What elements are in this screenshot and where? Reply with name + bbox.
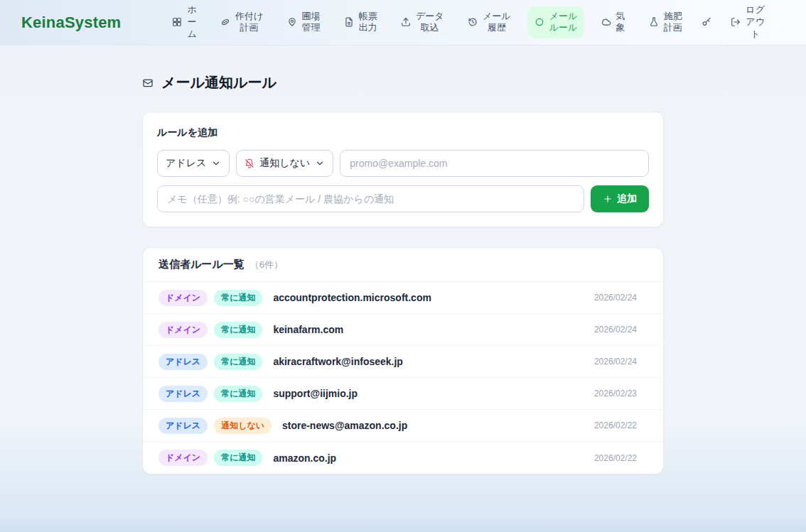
rule-type-badge: ドメイン (158, 450, 208, 466)
rule-type-badge: アドレス (158, 354, 208, 370)
top-nav: KeinaSystem ホ ー ム 作付け 計画 圃場 管理 帳票 出力 データ… (0, 0, 806, 45)
rule-type-badge: ドメイン (158, 290, 208, 306)
rule-target-text: support@iijmio.jp (273, 388, 358, 399)
delete-rule-button[interactable] (645, 328, 648, 331)
sender-rules-count: （6件） (250, 259, 283, 271)
nav-item-label: ホ ー ム (187, 4, 196, 40)
rule-target-text: amazon.co.jp (273, 452, 336, 464)
chevron-down-icon (315, 158, 325, 168)
sender-rules-heading: 送信者ルール一覧 (158, 258, 245, 271)
rule-action-badge: 常に通知 (214, 322, 262, 338)
add-rule-row-1: アドレス 通知しない (157, 150, 649, 177)
sender-rules-card: 送信者ルール一覧 （6件） ドメイン 常に通知 accountprotectio… (142, 247, 664, 474)
rule-row: ドメイン 常に通知 amazon.co.jp 2026/02/22 (143, 442, 663, 474)
rule-action-badge: 常に通知 (214, 386, 262, 402)
nav-item-map-pin[interactable]: 圃場 管理 (280, 6, 328, 39)
rule-action-select[interactable]: 通知しない (236, 150, 333, 177)
rule-action-value: 通知しない (259, 157, 310, 170)
rule-row: ドメイン 常に通知 keinafarm.com 2026/02/24 (143, 314, 663, 346)
rule-row: アドレス 通知しない store-news@amazon.co.jp 2026/… (143, 410, 663, 442)
nav-item-key[interactable] (699, 13, 714, 31)
rule-target-text: akiracraftwork@infoseek.jp (273, 356, 403, 367)
rule-date: 2026/02/24 (594, 293, 637, 303)
sender-rules-list: ドメイン 常に通知 accountprotection.microsoft.co… (143, 282, 663, 474)
chevron-down-icon (211, 158, 221, 168)
main-content: メール通知ルール ルールを追加 アドレス 通知しない 追加 送信者ルー (142, 45, 664, 474)
rule-target-text: keinafarm.com (273, 324, 343, 335)
nav-item-upload[interactable]: データ 取込 (394, 6, 451, 39)
rule-target-input[interactable] (340, 150, 649, 177)
nav-item-label: データ 取込 (416, 11, 444, 35)
rule-date: 2026/02/23 (594, 389, 637, 398)
bell-off-icon (245, 158, 254, 168)
page-title-text: メール通知ルール (161, 73, 276, 92)
nav-item-label: ログ アウ ト (746, 4, 765, 40)
rule-action-badge: 常に通知 (214, 450, 262, 466)
nav-item-circle[interactable]: メール ルール (527, 6, 585, 39)
delete-rule-button[interactable] (645, 424, 648, 427)
nav-item-cloud[interactable]: 気 象 (594, 6, 633, 39)
rule-action-badge: 通知しない (214, 418, 272, 434)
delete-rule-button[interactable] (645, 457, 648, 460)
delete-rule-button[interactable] (645, 296, 648, 299)
file-icon (344, 17, 354, 27)
grid-icon (172, 17, 182, 27)
rule-type-value: アドレス (166, 157, 206, 170)
nav-item-logout[interactable]: ログ アウ ト (724, 0, 772, 45)
rule-row: アドレス 常に通知 support@iijmio.jp 2026/02/23 (143, 378, 663, 410)
sprout-icon (220, 17, 230, 27)
add-rule-card: ルールを追加 アドレス 通知しない 追加 (142, 112, 664, 227)
rule-type-badge: ドメイン (158, 322, 208, 338)
rule-action-badge: 常に通知 (214, 290, 262, 306)
rule-action-badge: 常に通知 (214, 354, 262, 370)
nav-item-label: 帳票 出力 (359, 11, 377, 35)
page-title: メール通知ルール (142, 73, 664, 92)
rule-date: 2026/02/22 (594, 420, 637, 430)
add-rule-button[interactable]: 追加 (591, 185, 649, 212)
nav-item-label: 気 象 (616, 11, 625, 35)
nav-item-grid[interactable]: ホ ー ム (165, 0, 203, 45)
delete-rule-button[interactable] (645, 392, 648, 395)
add-rule-heading: ルールを追加 (157, 126, 649, 139)
nav-item-flask[interactable]: 施肥 計画 (642, 6, 689, 39)
rule-row: ドメイン 常に通知 accountprotection.microsoft.co… (143, 282, 663, 314)
nav-item-file[interactable]: 帳票 出力 (337, 6, 385, 39)
nav-item-label: 作付け 計画 (235, 11, 263, 35)
key-icon (702, 17, 711, 27)
mail-icon (142, 77, 154, 89)
upload-icon (401, 17, 411, 27)
add-rule-button-label: 追加 (617, 192, 637, 205)
logout-icon (731, 17, 741, 27)
rule-date: 2026/02/22 (594, 453, 637, 463)
add-rule-row-2: 追加 (157, 185, 649, 212)
nav-item-label: メール 履歴 (483, 11, 511, 35)
map-pin-icon (287, 17, 297, 27)
rule-row: アドレス 常に通知 akiracraftwork@infoseek.jp 202… (143, 346, 663, 378)
rule-date: 2026/02/24 (594, 357, 637, 367)
nav-item-label: 施肥 計画 (664, 11, 682, 35)
rule-type-badge: アドレス (158, 386, 208, 402)
nav-items: ホ ー ム 作付け 計画 圃場 管理 帳票 出力 データ 取込 メール 履歴 メ… (165, 0, 772, 45)
nav-item-label: 圃場 管理 (302, 11, 321, 35)
flask-icon (649, 17, 659, 27)
sender-rules-header: 送信者ルール一覧 （6件） (143, 248, 663, 282)
rule-target-text: accountprotection.microsoft.com (273, 292, 431, 303)
nav-item-sprout[interactable]: 作付け 計画 (213, 6, 270, 39)
rule-type-select[interactable]: アドレス (157, 150, 230, 177)
delete-rule-button[interactable] (645, 360, 648, 363)
circle-icon (534, 17, 544, 27)
rule-type-badge: アドレス (158, 418, 208, 434)
brand-logo[interactable]: KeinaSystem (21, 13, 121, 32)
rule-target-text: store-news@amazon.co.jp (282, 420, 407, 431)
nav-item-history[interactable]: メール 履歴 (461, 6, 518, 39)
plus-icon (603, 194, 613, 204)
cloud-icon (601, 17, 611, 27)
rule-date: 2026/02/24 (594, 325, 637, 335)
history-icon (468, 17, 478, 27)
rule-memo-input[interactable] (157, 185, 584, 212)
nav-item-label: メール ルール (549, 11, 578, 35)
